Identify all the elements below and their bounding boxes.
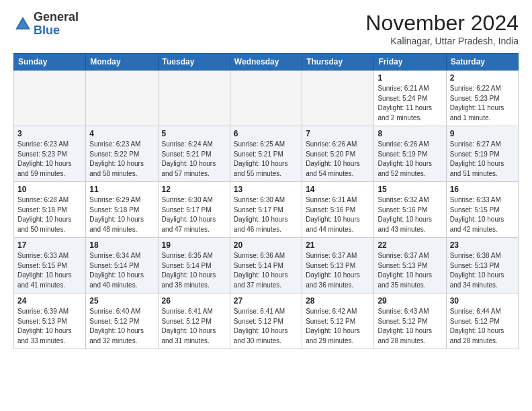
day-info: Sunrise: 6:24 AMSunset: 5:21 PMDaylight:… [162,140,226,179]
calendar-day-header: Wednesday [230,54,302,71]
calendar-cell: 5Sunrise: 6:24 AMSunset: 5:21 PMDaylight… [158,126,230,182]
day-info: Sunrise: 6:34 AMSunset: 5:14 PMDaylight:… [89,251,154,290]
calendar-cell: 15Sunrise: 6:32 AMSunset: 5:16 PMDayligh… [374,182,446,238]
calendar-cell: 6Sunrise: 6:25 AMSunset: 5:21 PMDaylight… [230,126,302,182]
day-number: 3 [17,129,82,138]
calendar-cell: 27Sunrise: 6:41 AMSunset: 5:12 PMDayligh… [230,293,302,349]
day-info: Sunrise: 6:37 AMSunset: 5:13 PMDaylight:… [306,251,370,290]
day-number: 1 [378,73,442,83]
day-number: 25 [89,296,154,306]
day-info: Sunrise: 6:40 AMSunset: 5:12 PMDaylight:… [89,307,154,346]
calendar-table: SundayMondayTuesdayWednesdayThursdayFrid… [13,53,519,349]
calendar-week-row: 10Sunrise: 6:28 AMSunset: 5:18 PMDayligh… [14,182,519,238]
day-number: 20 [234,240,298,250]
day-number: 24 [17,296,82,306]
day-number: 12 [162,185,226,194]
day-info: Sunrise: 6:42 AMSunset: 5:12 PMDaylight:… [306,307,370,346]
calendar-cell: 24Sunrise: 6:39 AMSunset: 5:13 PMDayligh… [14,293,86,349]
calendar-cell [158,71,230,126]
day-number: 6 [234,129,298,138]
day-info: Sunrise: 6:23 AMSunset: 5:23 PMDaylight:… [17,140,82,179]
day-info: Sunrise: 6:43 AMSunset: 5:12 PMDaylight:… [378,307,442,346]
calendar-week-row: 17Sunrise: 6:33 AMSunset: 5:15 PMDayligh… [14,238,519,293]
day-info: Sunrise: 6:41 AMSunset: 5:12 PMDaylight:… [234,307,298,346]
day-number: 13 [234,185,298,194]
calendar-cell: 2Sunrise: 6:22 AMSunset: 5:23 PMDaylight… [446,71,518,126]
calendar-cell: 10Sunrise: 6:28 AMSunset: 5:18 PMDayligh… [14,182,86,238]
calendar-cell: 22Sunrise: 6:37 AMSunset: 5:13 PMDayligh… [374,238,446,293]
day-info: Sunrise: 6:26 AMSunset: 5:19 PMDaylight:… [378,140,442,179]
calendar-cell: 25Sunrise: 6:40 AMSunset: 5:12 PMDayligh… [86,293,158,349]
day-number: 26 [162,296,226,306]
day-number: 4 [89,129,154,138]
day-info: Sunrise: 6:27 AMSunset: 5:19 PMDaylight:… [450,140,515,179]
day-number: 18 [89,240,154,250]
day-info: Sunrise: 6:28 AMSunset: 5:18 PMDaylight:… [17,195,82,234]
day-number: 23 [450,240,515,250]
calendar-cell: 1Sunrise: 6:21 AMSunset: 5:24 PMDaylight… [374,71,446,126]
day-info: Sunrise: 6:25 AMSunset: 5:21 PMDaylight:… [234,140,298,179]
title-block: November 2024 Kalinagar, Uttar Pradesh, … [365,11,519,46]
calendar-day-header: Friday [374,54,446,71]
calendar-cell: 28Sunrise: 6:42 AMSunset: 5:12 PMDayligh… [302,293,374,349]
calendar-cell: 4Sunrise: 6:23 AMSunset: 5:22 PMDaylight… [86,126,158,182]
day-info: Sunrise: 6:39 AMSunset: 5:13 PMDaylight:… [17,307,82,346]
day-number: 22 [378,240,442,250]
calendar-cell: 17Sunrise: 6:33 AMSunset: 5:15 PMDayligh… [14,238,86,293]
calendar-cell: 12Sunrise: 6:30 AMSunset: 5:17 PMDayligh… [158,182,230,238]
day-number: 17 [17,240,82,250]
calendar-cell: 21Sunrise: 6:37 AMSunset: 5:13 PMDayligh… [302,238,374,293]
day-info: Sunrise: 6:30 AMSunset: 5:17 PMDaylight:… [234,195,298,234]
header: General Blue November 2024 Kalinagar, Ut… [13,11,519,46]
day-number: 28 [306,296,370,306]
calendar-cell: 18Sunrise: 6:34 AMSunset: 5:14 PMDayligh… [86,238,158,293]
calendar-cell: 23Sunrise: 6:38 AMSunset: 5:13 PMDayligh… [446,238,518,293]
day-info: Sunrise: 6:29 AMSunset: 5:18 PMDaylight:… [89,195,154,234]
day-info: Sunrise: 6:26 AMSunset: 5:20 PMDaylight:… [306,140,370,179]
day-info: Sunrise: 6:31 AMSunset: 5:16 PMDaylight:… [306,195,370,234]
day-info: Sunrise: 6:32 AMSunset: 5:16 PMDaylight:… [378,195,442,234]
day-number: 21 [306,240,370,250]
day-info: Sunrise: 6:36 AMSunset: 5:14 PMDaylight:… [234,251,298,290]
month-title: November 2024 [365,11,519,36]
day-number: 11 [89,185,154,194]
calendar-cell: 13Sunrise: 6:30 AMSunset: 5:17 PMDayligh… [230,182,302,238]
calendar-cell [86,71,158,126]
calendar-cell: 9Sunrise: 6:27 AMSunset: 5:19 PMDaylight… [446,126,518,182]
day-number: 16 [450,185,515,194]
day-info: Sunrise: 6:44 AMSunset: 5:12 PMDaylight:… [450,307,515,346]
day-number: 29 [378,296,442,306]
day-number: 8 [378,129,442,138]
day-number: 30 [450,296,515,306]
day-info: Sunrise: 6:23 AMSunset: 5:22 PMDaylight:… [89,140,154,179]
calendar-cell [14,71,86,126]
day-info: Sunrise: 6:33 AMSunset: 5:15 PMDaylight:… [17,251,82,290]
day-number: 2 [450,73,515,83]
calendar-week-row: 3Sunrise: 6:23 AMSunset: 5:23 PMDaylight… [14,126,519,182]
logo-general-text: General [34,10,79,24]
calendar-cell: 3Sunrise: 6:23 AMSunset: 5:23 PMDaylight… [14,126,86,182]
calendar-day-header: Monday [86,54,158,71]
calendar-header-row: SundayMondayTuesdayWednesdayThursdayFrid… [14,54,519,71]
calendar-cell: 26Sunrise: 6:41 AMSunset: 5:12 PMDayligh… [158,293,230,349]
day-number: 5 [162,129,226,138]
day-info: Sunrise: 6:30 AMSunset: 5:17 PMDaylight:… [162,195,226,234]
calendar-week-row: 24Sunrise: 6:39 AMSunset: 5:13 PMDayligh… [14,293,519,349]
calendar-cell: 30Sunrise: 6:44 AMSunset: 5:12 PMDayligh… [446,293,518,349]
day-info: Sunrise: 6:37 AMSunset: 5:13 PMDaylight:… [378,251,442,290]
day-number: 10 [17,185,82,194]
day-info: Sunrise: 6:35 AMSunset: 5:14 PMDaylight:… [162,251,226,290]
day-info: Sunrise: 6:22 AMSunset: 5:23 PMDaylight:… [450,84,515,123]
day-number: 14 [306,185,370,194]
calendar-cell: 11Sunrise: 6:29 AMSunset: 5:18 PMDayligh… [86,182,158,238]
day-number: 15 [378,185,442,194]
calendar-cell: 14Sunrise: 6:31 AMSunset: 5:16 PMDayligh… [302,182,374,238]
calendar-day-header: Tuesday [158,54,230,71]
calendar-cell: 7Sunrise: 6:26 AMSunset: 5:20 PMDaylight… [302,126,374,182]
calendar-day-header: Saturday [446,54,518,71]
day-number: 7 [306,129,370,138]
day-info: Sunrise: 6:21 AMSunset: 5:24 PMDaylight:… [378,84,442,123]
calendar-week-row: 1Sunrise: 6:21 AMSunset: 5:24 PMDaylight… [14,71,519,126]
calendar-cell: 19Sunrise: 6:35 AMSunset: 5:14 PMDayligh… [158,238,230,293]
logo-blue-text: Blue [34,24,60,37]
